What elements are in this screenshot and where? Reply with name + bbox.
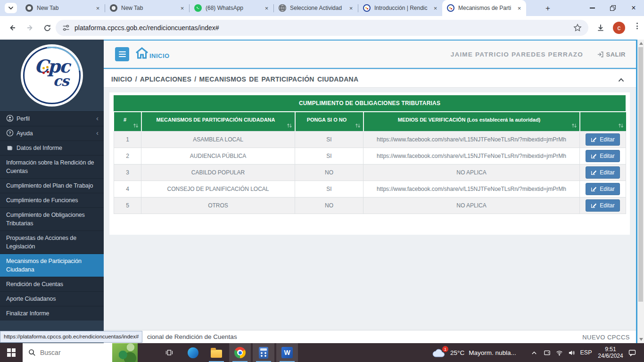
tab-new-tab-1[interactable]: New Tab × [21,0,105,16]
search-highlight-image[interactable] [112,343,138,362]
sidebar-item-rendicion-cuentas[interactable]: Rendición de Cuentas [0,277,104,291]
tray-expand-button[interactable] [528,343,540,362]
tab-whatsapp[interactable]: (68) WhatsApp × [190,0,273,16]
tab-close-icon[interactable]: × [263,4,271,12]
wifi-button[interactable] [553,343,565,362]
link-status-tooltip: https://plataforma.cpccs.gob.ec/rendicio… [0,331,142,343]
task-view-button[interactable] [158,343,180,362]
notification-badge: 1 [442,346,448,352]
edge-taskbar-button[interactable] [182,343,204,362]
word-taskbar-button[interactable]: W [276,343,298,362]
tab-close-icon[interactable]: × [94,4,102,12]
sort-icon [287,123,292,129]
window-minimize-button[interactable] [582,0,603,16]
search-input[interactable] [40,349,97,356]
sidebar-item-acciones-legislacion[interactable]: Propuestas de Acciones de Legislación [0,230,104,254]
back-button[interactable] [7,22,18,33]
calculator-taskbar-button[interactable] [253,343,274,362]
edit-button[interactable]: Editar [586,183,619,195]
volume-button[interactable] [566,343,578,362]
tab-title: New Tab [37,5,94,11]
sidebar-item-perfil[interactable]: Perfil ‹ [0,111,104,126]
display-icon [543,349,551,356]
tab-new-tab-2[interactable]: New Tab × [105,0,189,16]
page-footer: cional de Rendición de Cuentas NUEVO CPC… [104,330,637,343]
tray-display-button[interactable] [541,343,553,362]
vertical-scrollbar[interactable] [637,40,644,343]
column-header-ponga[interactable]: PONGA SI O NO [295,112,363,131]
sidebar-item-datos-del-informe[interactable]: Datos del Informe [0,140,104,155]
edit-button[interactable]: Editar [586,133,619,146]
edit-button[interactable]: Editar [586,150,619,162]
sidebar-toggle-button[interactable] [115,47,129,61]
new-tab-button[interactable]: + [542,3,553,14]
scroll-up-arrow[interactable] [639,42,643,45]
tab-close-icon[interactable]: × [515,4,523,12]
weather-cloud-icon: 1 [432,347,446,358]
cell-num: 5 [114,197,141,214]
sidebar: Cpccs Perfil ‹ ?Ayuda ‹ Datos del Inform… [0,40,104,343]
weather-widget[interactable]: 1 25°C Mayorm. nubla... [432,343,516,362]
window-close-button[interactable]: × [623,0,644,16]
edit-button[interactable]: Editar [586,199,619,212]
sidebar-item-finalizar-informe[interactable]: Finalizar Informe [0,306,104,321]
restore-icon [610,5,616,11]
sidebar-item-plan-trabajo[interactable]: Cumplimiento del Plan de Trabajo [0,178,104,193]
action-center-button[interactable] [626,343,638,362]
scroll-down-arrow[interactable] [639,338,643,341]
column-header-num[interactable]: # [114,112,141,131]
home-icon [135,47,149,59]
tab-mecanismos-active[interactable]: Mecanismos de Parti × [442,0,526,16]
chevron-down-icon [8,6,14,10]
chevron-left-icon: ‹ [96,129,99,137]
sidebar-item-label: Cumplimiento de Funciones [6,197,78,204]
scrollbar-thumb[interactable] [638,47,643,302]
sidebar-item-informacion-rendicion[interactable]: Información sobre la Rendición de Cuenta… [0,155,104,178]
close-icon: × [631,4,636,12]
url-text: plataforma.cpccs.gob.ec/rendicioncuentas… [74,24,573,32]
word-icon: W [281,347,293,358]
calculator-icon [259,347,268,359]
tab-close-icon[interactable]: × [431,4,439,12]
profile-avatar[interactable]: c [613,22,625,34]
bookmark-star-icon[interactable] [573,24,582,32]
sidebar-item-funciones[interactable]: Cumplimiento de Funciones [0,193,104,207]
language-indicator[interactable]: ESP [577,343,595,362]
chevron-left-icon: ‹ [96,114,99,123]
taskbar-clock[interactable]: 9:51 24/6/2024 [595,343,626,362]
home-link[interactable]: INICIO [135,47,170,59]
sidebar-item-mecanismos-participacion[interactable]: Mecanismos de Participación Ciudadana [0,254,104,277]
chrome-taskbar-button[interactable] [229,343,251,362]
tab-seleccione-actividad[interactable]: Seleccione Actividad × [274,0,358,16]
task-view-icon [165,349,173,356]
column-header-mecanismos[interactable]: MECANISMOS DE PARTICIPACIÓN CIUDADANA [141,112,295,131]
tab-close-icon[interactable]: × [347,4,355,12]
sidebar-item-obligaciones-tributarias[interactable]: Cumplimiento de Obligaciones Tributarias [0,207,104,230]
web-page: Cpccs Perfil ‹ ?Ayuda ‹ Datos del Inform… [0,40,644,343]
tab-introduccion[interactable]: Introducción | Rendic × [358,0,442,16]
sidebar-item-label: Información sobre la Rendición de Cuenta… [6,159,94,174]
downloads-button[interactable] [595,22,606,33]
taskbar-search[interactable] [23,343,138,362]
column-header-medios[interactable]: MEDIOS DE VERIFICACIÓN (Los establecerá … [363,112,580,131]
browser-menu-button[interactable] [635,23,639,29]
back-arrow-icon [8,24,17,32]
cell-medio: NO APLICA [363,197,580,214]
forward-arrow-icon [26,24,34,32]
address-bar[interactable]: plataforma.cpccs.gob.ec/rendicioncuentas… [56,20,588,36]
sidebar-item-label: Rendición de Cuentas [6,281,63,288]
tab-search-button[interactable] [5,3,17,13]
forward-button[interactable] [25,22,36,33]
edit-button[interactable]: Editar [586,166,619,179]
sidebar-item-aporte-ciudadanos[interactable]: Aporte Ciudadanos [0,291,104,306]
logout-button[interactable]: SALIR [597,51,626,58]
window-restore-button[interactable] [603,0,623,16]
tab-close-icon[interactable]: × [178,4,186,12]
start-button[interactable] [0,343,23,362]
collapse-panel-button[interactable] [618,76,625,84]
column-header-actions[interactable] [580,112,626,131]
reload-button[interactable] [41,22,53,33]
file-explorer-taskbar-button[interactable] [206,343,227,362]
cpccs-favicon-icon [447,4,454,12]
sidebar-item-ayuda[interactable]: ?Ayuda ‹ [0,126,104,140]
